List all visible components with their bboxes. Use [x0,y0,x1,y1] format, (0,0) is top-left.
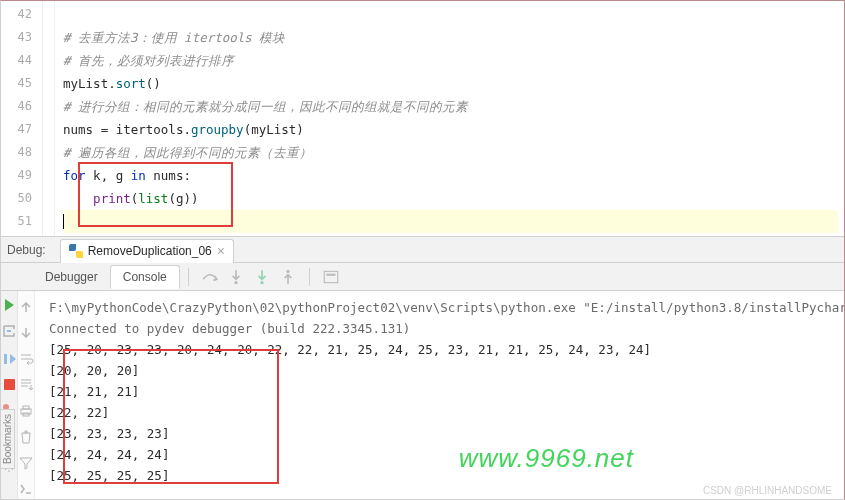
step-into-my-icon[interactable] [253,268,271,286]
scroll-end-icon[interactable] [18,377,34,393]
step-into-icon[interactable] [227,268,245,286]
svg-rect-3 [324,271,338,282]
console-panel: F:\myPythonCode\CrazyPython\02\pythonPro… [1,291,844,500]
rerun-icon[interactable] [5,299,14,311]
code-area[interactable]: # 去重方法3：使用 itertools 模块# 首先，必须对列表进行排序myL… [55,1,844,236]
console-left-rail [18,291,35,500]
svg-rect-5 [4,354,7,364]
line-number-gutter: 42434445464748495051 [1,1,43,236]
print-icon[interactable] [18,403,34,419]
svg-point-0 [234,280,237,283]
modify-run-icon[interactable] [1,323,17,339]
resume-icon[interactable] [1,351,17,367]
svg-rect-4 [326,273,335,275]
python-file-icon [69,244,83,258]
python-console-icon[interactable] [18,481,34,497]
tab-console[interactable]: Console [110,265,180,289]
separator [309,268,310,286]
debug-label: Debug: [7,243,46,257]
step-over-icon[interactable] [201,268,219,286]
soft-wrap-icon[interactable] [18,351,34,367]
debug-tool-window-bar: Debug: RemoveDuplication_06 × [1,237,844,263]
clear-icon[interactable] [18,429,34,445]
down-icon[interactable] [18,325,34,341]
up-icon[interactable] [18,299,34,315]
tab-title: RemoveDuplication_06 [88,244,212,258]
code-editor[interactable]: 42434445464748495051 # 去重方法3：使用 itertool… [1,1,844,237]
step-out-icon[interactable] [279,268,297,286]
evaluate-icon[interactable] [322,268,340,286]
separator [188,268,189,286]
svg-rect-12 [23,406,29,409]
stop-icon[interactable] [4,379,15,390]
fold-gutter [43,1,55,236]
debug-subtabs: Debugger Console [1,263,844,291]
debug-run-tab[interactable]: RemoveDuplication_06 × [60,239,234,263]
bookmarks-tool-button[interactable]: Bookmarks [0,409,15,469]
console-output[interactable]: F:\myPythonCode\CrazyPython\02\pythonPro… [35,291,845,500]
tab-debugger[interactable]: Debugger [33,266,110,288]
svg-point-1 [260,280,263,283]
filter-icon[interactable] [18,455,34,471]
svg-point-2 [286,269,289,272]
close-icon[interactable]: × [217,244,225,258]
